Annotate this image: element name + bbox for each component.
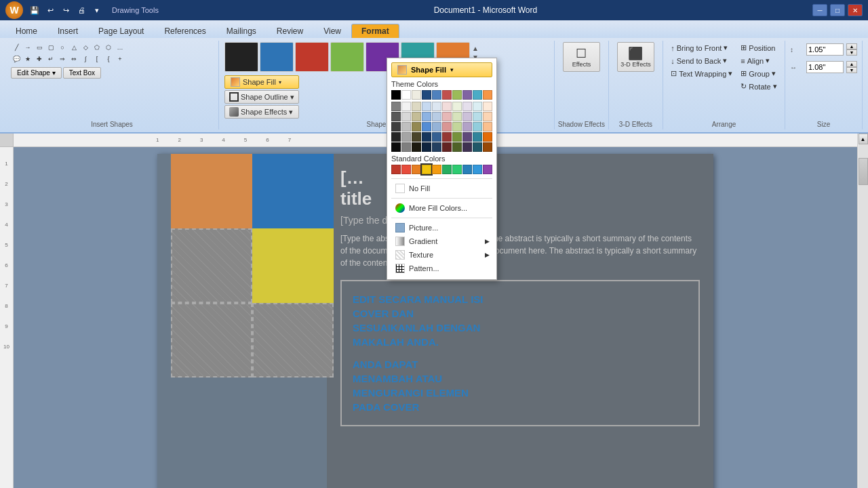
sc-lime[interactable] bbox=[452, 165, 462, 174]
picture-item[interactable]: Picture... bbox=[391, 221, 492, 235]
ts-0[interactable] bbox=[391, 102, 401, 111]
shadow-effects-button[interactable]: ☐ Effects bbox=[563, 42, 600, 72]
ts-45[interactable] bbox=[442, 142, 452, 152]
shape-line[interactable]: ╱ bbox=[11, 42, 22, 53]
scroll-up[interactable]: ▲ bbox=[859, 134, 868, 144]
ts-46[interactable] bbox=[452, 142, 462, 152]
ts-35[interactable] bbox=[442, 132, 452, 142]
ts-11[interactable] bbox=[401, 112, 411, 121]
shape-circle[interactable]: ○ bbox=[57, 42, 68, 53]
tc-9[interactable] bbox=[483, 90, 492, 100]
close-button[interactable]: ✕ bbox=[848, 4, 863, 16]
ts-42[interactable] bbox=[412, 142, 421, 152]
shape-triangle[interactable]: △ bbox=[68, 42, 79, 53]
tc-3[interactable] bbox=[422, 90, 431, 100]
shape-extra[interactable]: + bbox=[115, 54, 125, 64]
shape-double-arrow[interactable]: ⇔ bbox=[68, 54, 79, 64]
no-fill-item[interactable]: No Fill bbox=[391, 182, 492, 195]
sc-darkblue[interactable] bbox=[462, 165, 472, 174]
ts-2[interactable] bbox=[412, 102, 421, 111]
sc-blue[interactable] bbox=[473, 165, 482, 174]
tab-references[interactable]: References bbox=[154, 24, 216, 38]
texture-item[interactable]: Texture ▶ bbox=[391, 248, 492, 262]
width-down[interactable]: ▼ bbox=[846, 67, 857, 73]
save-button[interactable]: 💾 bbox=[28, 3, 41, 17]
ts-38[interactable] bbox=[473, 132, 482, 142]
ts-36[interactable] bbox=[452, 132, 462, 142]
shape-more[interactable]: … bbox=[115, 42, 125, 53]
right-scrollbar[interactable]: ▲ ▼ bbox=[857, 134, 868, 488]
ts-30[interactable] bbox=[391, 132, 401, 142]
ts-17[interactable] bbox=[462, 112, 472, 121]
office-button[interactable]: W bbox=[5, 1, 23, 19]
ts-32[interactable] bbox=[412, 132, 421, 142]
threed-button[interactable]: ⬛ 3-D Effects bbox=[617, 42, 654, 72]
style-swatch-red[interactable] bbox=[295, 42, 329, 72]
sc-amber[interactable] bbox=[432, 165, 441, 174]
style-up-arrow[interactable]: ▲ bbox=[471, 44, 479, 52]
print-button[interactable]: 🖨 bbox=[75, 3, 88, 17]
ts-26[interactable] bbox=[452, 122, 462, 131]
shape-gray2[interactable] bbox=[171, 303, 252, 378]
width-up[interactable]: ▲ bbox=[846, 61, 857, 67]
shape-block-arrow[interactable]: ⇒ bbox=[57, 54, 68, 64]
ts-27[interactable] bbox=[462, 122, 472, 131]
ts-20[interactable] bbox=[391, 122, 401, 131]
sc-red[interactable] bbox=[401, 165, 411, 174]
shape-pentagon[interactable]: ⬠ bbox=[92, 42, 102, 53]
doc-text-box[interactable]: EDIT SECARA MANUAL ISI COVER DAN SESUAIK… bbox=[340, 280, 700, 426]
ts-7[interactable] bbox=[462, 102, 472, 111]
undo-button[interactable]: ↩ bbox=[43, 3, 57, 17]
shape-blue[interactable] bbox=[252, 154, 334, 228]
tab-review[interactable]: Review bbox=[267, 24, 313, 38]
tab-view[interactable]: View bbox=[313, 24, 351, 38]
minimize-button[interactable]: ─ bbox=[812, 4, 827, 16]
tc-8[interactable] bbox=[473, 90, 482, 100]
ts-25[interactable] bbox=[442, 122, 452, 131]
tc-6[interactable] bbox=[452, 90, 462, 100]
tc-1[interactable] bbox=[401, 90, 411, 100]
bring-to-front-button[interactable]: ↑ Bring to Front ▾ bbox=[668, 42, 735, 54]
shape-cross[interactable]: ✚ bbox=[34, 54, 45, 64]
ts-1[interactable] bbox=[401, 102, 411, 111]
ts-19[interactable] bbox=[483, 112, 492, 121]
rotate-button[interactable]: ↻ Rotate ▾ bbox=[738, 81, 779, 92]
ts-3[interactable] bbox=[422, 102, 431, 111]
shape-bent-arrow[interactable]: ↵ bbox=[45, 54, 56, 64]
ts-40[interactable] bbox=[391, 142, 401, 152]
height-input[interactable] bbox=[806, 43, 844, 56]
shape-arrow[interactable]: → bbox=[22, 42, 33, 53]
ts-44[interactable] bbox=[432, 142, 441, 152]
ts-41[interactable] bbox=[401, 142, 411, 152]
tab-insert[interactable]: Insert bbox=[47, 24, 88, 38]
shape-rect[interactable]: ▭ bbox=[34, 42, 45, 53]
scroll-thumb[interactable] bbox=[859, 158, 868, 185]
position-button[interactable]: ⊞ Position bbox=[738, 42, 779, 54]
sc-green[interactable] bbox=[442, 165, 452, 174]
ts-15[interactable] bbox=[442, 112, 452, 121]
ts-21[interactable] bbox=[401, 122, 411, 131]
ts-24[interactable] bbox=[432, 122, 441, 131]
shape-gray3[interactable] bbox=[252, 303, 334, 378]
shape-rounded-rect[interactable]: ▢ bbox=[45, 42, 56, 53]
ts-14[interactable] bbox=[432, 112, 441, 121]
text-box-button[interactable]: Text Box bbox=[63, 67, 101, 79]
height-up[interactable]: ▲ bbox=[846, 43, 857, 49]
shape-brace[interactable]: { bbox=[103, 54, 114, 64]
tc-0[interactable] bbox=[391, 90, 401, 100]
ts-28[interactable] bbox=[473, 122, 482, 131]
ts-43[interactable] bbox=[422, 142, 431, 152]
ts-9[interactable] bbox=[483, 102, 492, 111]
shape-orange[interactable] bbox=[171, 154, 252, 228]
gradient-item[interactable]: Gradient ▶ bbox=[391, 235, 492, 248]
quick-access-more[interactable]: ▾ bbox=[90, 3, 104, 17]
ts-18[interactable] bbox=[473, 112, 482, 121]
pattern-item[interactable]: Pattern... bbox=[391, 262, 492, 275]
ts-5[interactable] bbox=[442, 102, 452, 111]
shape-gray1[interactable] bbox=[171, 228, 252, 303]
ts-6[interactable] bbox=[452, 102, 462, 111]
tab-page-layout[interactable]: Page Layout bbox=[88, 24, 154, 38]
ts-12[interactable] bbox=[412, 112, 421, 121]
tab-home[interactable]: Home bbox=[5, 24, 47, 38]
shape-curved[interactable]: ∫ bbox=[80, 54, 91, 64]
